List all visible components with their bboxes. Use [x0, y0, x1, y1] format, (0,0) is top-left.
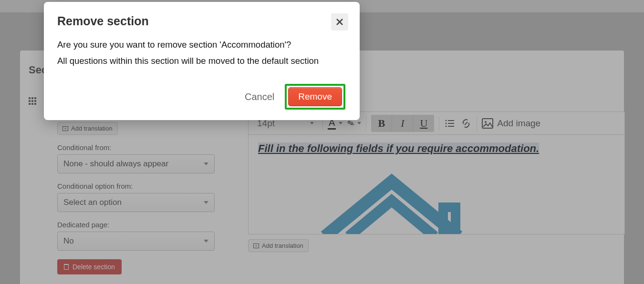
remove-section-modal: Remove section Are you sure you want to …	[44, 2, 360, 120]
close-button[interactable]	[331, 13, 348, 30]
modal-text-line2: All questions within this section will b…	[57, 54, 345, 68]
cancel-button[interactable]: Cancel	[245, 91, 274, 102]
modal-text-line1: Are you sure you want to remove section …	[57, 38, 345, 52]
remove-button[interactable]: Remove	[288, 87, 342, 106]
modal-actions: Cancel Remove	[57, 84, 345, 110]
close-icon	[335, 18, 344, 26]
modal-body: Are you sure you want to remove section …	[57, 38, 345, 68]
remove-button-highlight: Remove	[285, 84, 345, 110]
modal-title: Remove section	[57, 14, 345, 28]
